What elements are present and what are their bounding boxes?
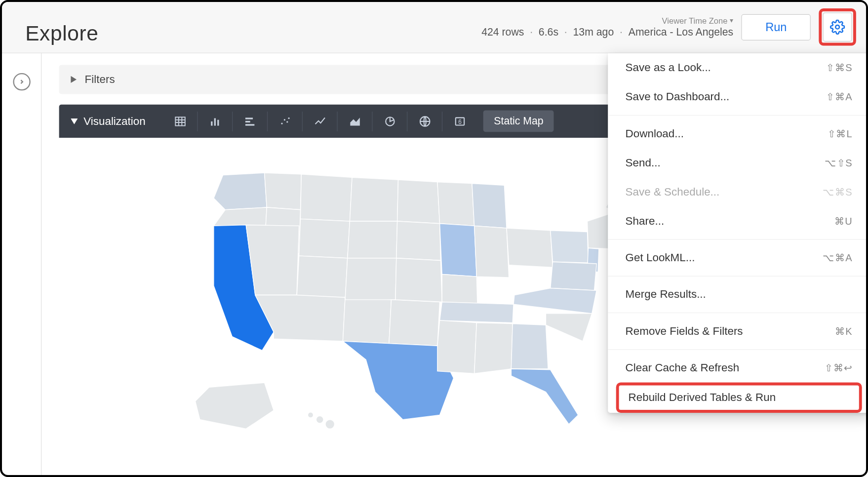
separator: · (620, 26, 623, 39)
gear-icon (830, 19, 845, 35)
bar-chart-icon (242, 115, 258, 127)
timezone-label: Viewer Time Zone (662, 16, 728, 25)
svg-marker-1 (71, 76, 77, 83)
caret-down-icon (71, 118, 78, 124)
timezone-selector[interactable]: Viewer Time Zone ▾ (662, 16, 734, 25)
chevron-right-icon (18, 79, 25, 85)
visualization-label: Visualization (83, 115, 145, 127)
menu-item-label: Get LookML... (626, 251, 695, 264)
menu-item[interactable]: Share...⌘U (608, 206, 868, 236)
table-viz-button[interactable] (163, 111, 198, 131)
pie-chart-viz-button[interactable] (373, 111, 408, 131)
bar-chart-viz-button[interactable] (233, 111, 268, 131)
menu-item-shortcut: ⌘U (834, 215, 853, 227)
timezone-value: America - Los Angeles (629, 26, 734, 39)
menu-item-label: Merge Results... (626, 288, 706, 301)
separator: · (530, 26, 533, 39)
highlighted-menu-item: Rebuild Derived Tables & Run (616, 383, 862, 413)
run-button[interactable]: Run (742, 14, 811, 40)
svg-marker-2 (71, 118, 78, 124)
chevron-down-icon: ▾ (730, 16, 733, 25)
query-time: 6.6s (539, 26, 558, 39)
column-chart-icon (207, 115, 223, 127)
settings-gear-button[interactable] (823, 12, 852, 41)
menu-item[interactable]: Merge Results... (608, 280, 868, 309)
svg-point-25 (325, 420, 335, 429)
table-icon (173, 115, 188, 127)
pie-chart-icon (382, 115, 397, 127)
single-value-viz-button[interactable]: 6 (442, 111, 477, 131)
menu-item-label: Share... (626, 215, 665, 228)
menu-separator (608, 239, 868, 239)
settings-dropdown-menu: Save as a Look...⇧⌘SSave to Dashboard...… (608, 53, 868, 413)
menu-item-label: Save as a Look... (626, 61, 711, 74)
menu-item-label: Download... (626, 127, 684, 140)
menu-item[interactable]: Clear Cache & Refresh⇧⌘↩ (608, 354, 868, 383)
menu-item-label: Clear Cache & Refresh (626, 361, 740, 374)
menu-item-label: Rebuild Derived Tables & Run (629, 391, 776, 404)
svg-point-24 (316, 416, 323, 423)
svg-point-23 (308, 412, 313, 418)
svg-rect-10 (217, 119, 219, 125)
svg-point-14 (281, 122, 282, 124)
menu-item: Save & Schedule...⌥⌘S (608, 177, 868, 206)
svg-rect-8 (211, 121, 212, 125)
filters-label: Filters (85, 73, 115, 86)
menu-item-label: Save to Dashboard... (626, 90, 730, 103)
svg-point-0 (835, 25, 839, 29)
map-icon (417, 115, 433, 127)
line-chart-viz-button[interactable] (303, 111, 338, 131)
separator: · (564, 26, 567, 39)
expand-sidebar-button[interactable] (13, 73, 30, 90)
line-chart-icon (313, 115, 328, 127)
menu-item[interactable]: Get LookML...⌥⌘A (608, 243, 868, 273)
menu-item[interactable]: Send...⌥⇧S (608, 148, 868, 177)
active-viz-type-label[interactable]: Static Map (483, 110, 554, 132)
menu-item-label: Remove Fields & Filters (626, 325, 743, 338)
menu-separator (608, 276, 868, 277)
svg-rect-11 (245, 118, 253, 119)
menu-separator (608, 349, 868, 350)
menu-item-shortcut: ⌥⇧S (825, 157, 853, 169)
menu-item-label: Save & Schedule... (626, 186, 720, 199)
menu-item[interactable]: Download...⇧⌘L (608, 119, 868, 148)
area-chart-viz-button[interactable] (338, 111, 373, 131)
menu-item-shortcut: ⇧⌘L (828, 127, 853, 140)
svg-point-15 (284, 119, 285, 120)
area-chart-icon (348, 115, 363, 127)
menu-item-shortcut: ⇧⌘↩ (825, 362, 853, 374)
menu-item-shortcut: ⌥⌘S (823, 186, 853, 198)
scatter-chart-icon (277, 115, 293, 127)
menu-separator (608, 313, 868, 313)
svg-marker-18 (350, 118, 359, 125)
page-title: Explore (25, 21, 481, 46)
row-count: 424 rows (481, 26, 524, 39)
menu-separator (608, 115, 868, 116)
menu-item[interactable]: Save as a Look...⇧⌘S (608, 53, 868, 82)
menu-item-shortcut: ⌘K (835, 325, 853, 337)
svg-rect-12 (245, 120, 250, 122)
menu-item-shortcut: ⌥⌘A (823, 252, 853, 264)
svg-rect-13 (245, 124, 254, 125)
menu-item-shortcut: ⇧⌘A (826, 91, 853, 103)
map-viz-button[interactable] (408, 111, 443, 131)
caret-right-icon (71, 76, 77, 83)
scatter-viz-button[interactable] (268, 111, 303, 131)
menu-item[interactable]: Save to Dashboard...⇧⌘A (608, 82, 868, 112)
svg-rect-3 (175, 117, 185, 125)
menu-item-shortcut: ⇧⌘S (826, 62, 853, 74)
svg-rect-9 (214, 118, 216, 125)
menu-item[interactable]: Remove Fields & Filters⌘K (608, 317, 868, 346)
svg-point-16 (286, 121, 288, 122)
svg-point-17 (288, 117, 289, 119)
menu-item[interactable]: Rebuild Derived Tables & Run (619, 385, 859, 410)
query-age: 13m ago (573, 26, 614, 39)
svg-text:6: 6 (459, 119, 462, 125)
visualization-section-header[interactable]: Visualization (71, 115, 145, 127)
menu-item-label: Send... (626, 157, 661, 169)
single-value-icon: 6 (453, 115, 468, 127)
column-chart-viz-button[interactable] (198, 111, 233, 131)
